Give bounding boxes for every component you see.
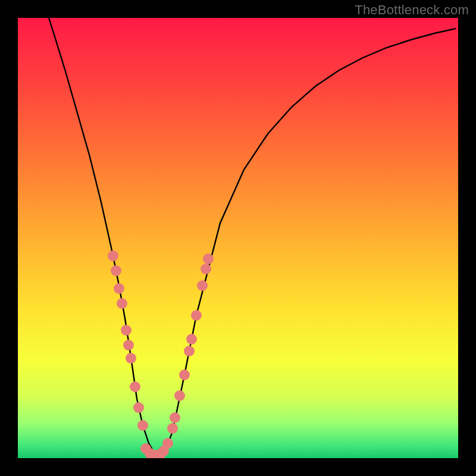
data-point bbox=[167, 423, 178, 434]
data-point bbox=[108, 250, 118, 261]
data-point bbox=[133, 402, 144, 413]
data-point bbox=[137, 420, 148, 431]
chart-frame: TheBottleneck.com bbox=[0, 0, 476, 476]
data-point bbox=[170, 412, 180, 423]
curve-dots bbox=[108, 250, 214, 458]
data-point bbox=[123, 340, 134, 350]
data-point bbox=[117, 298, 127, 309]
data-point bbox=[203, 253, 214, 264]
plot-area bbox=[18, 18, 458, 458]
data-point bbox=[130, 381, 140, 392]
data-point bbox=[191, 310, 202, 321]
curve-svg bbox=[18, 18, 458, 458]
data-point bbox=[114, 283, 124, 294]
data-point bbox=[197, 280, 208, 291]
data-point bbox=[179, 369, 190, 380]
data-point bbox=[174, 390, 185, 401]
data-point bbox=[111, 265, 121, 276]
data-point bbox=[162, 438, 173, 449]
data-point bbox=[121, 325, 131, 336]
data-point bbox=[126, 353, 136, 364]
data-point bbox=[201, 264, 211, 274]
data-point bbox=[184, 346, 195, 356]
data-point bbox=[186, 334, 197, 345]
watermark-text: TheBottleneck.com bbox=[355, 2, 469, 18]
bottleneck-curve bbox=[49, 18, 456, 455]
